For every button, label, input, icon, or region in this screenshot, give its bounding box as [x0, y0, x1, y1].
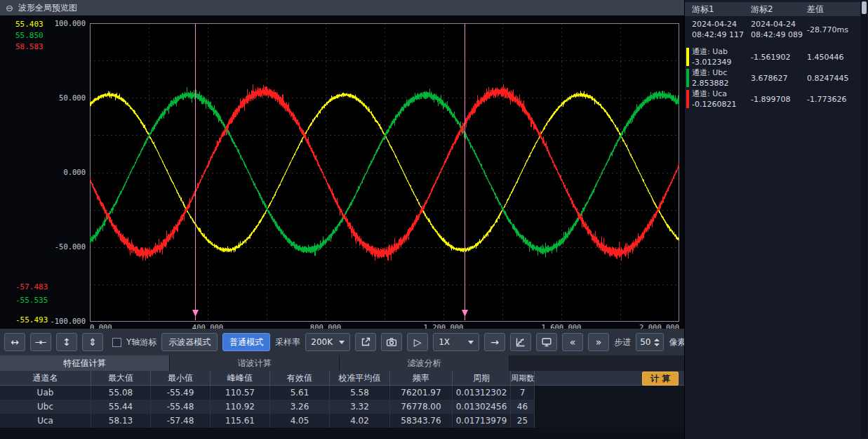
table-row-uca[interactable]: Uca 58.13 -57.48 115.61 4.05 4.02 58343.… — [0, 414, 684, 428]
step-label: 步进 — [614, 336, 631, 348]
y-axis-tick: 50.000 — [39, 93, 86, 102]
tab-harmonic-calc[interactable]: 谐波计算 — [170, 355, 340, 371]
table-cell: 25 — [511, 414, 535, 428]
cursor1-time: 08:42:49 117 — [692, 30, 751, 40]
table-cell: 76778.00 — [390, 400, 453, 414]
sample-rate-label: 采样率 — [275, 336, 300, 348]
channel-color-bar — [686, 48, 689, 66]
diff-header: 差值 — [807, 4, 860, 15]
col-header-max: 最大值 — [91, 371, 151, 386]
table-cell: 3.26 — [270, 400, 330, 414]
tab-feature-calc[interactable]: 特征值计算 — [0, 355, 170, 371]
table-cell: Uab — [0, 386, 91, 400]
tab-filter-analysis[interactable]: 滤波分析 — [340, 355, 509, 371]
channel-diff-value: 0.8247445 — [807, 74, 860, 83]
compress-vertical-button[interactable]: ⇕ — [82, 333, 103, 351]
export-icon — [360, 336, 371, 348]
col-header-mean: 校准平均值 — [330, 371, 390, 386]
table-cell: Ubc — [0, 400, 91, 414]
y-cursor-checkbox[interactable] — [112, 338, 121, 347]
steps-view-button[interactable] — [510, 333, 531, 351]
table-cell: 110.92 — [211, 400, 270, 414]
step-right-button[interactable]: → — [484, 333, 505, 351]
table-cell: 110.57 — [211, 386, 270, 400]
cursor1-date: 2024-04-24 — [692, 19, 751, 30]
channel-label: 通道: Uca — [692, 89, 751, 99]
main-column: ⊖ 波形全局预览图 55.403 55.850 58.583 -57.483 -… — [0, 0, 684, 439]
chevron-down-icon — [468, 341, 474, 344]
play-button[interactable]: ▷ — [407, 333, 428, 351]
table-cell: -57.48 — [151, 414, 211, 428]
table-cell: 58343.76 — [390, 414, 453, 428]
table-cell: 46 — [511, 400, 535, 414]
camera-button[interactable] — [381, 333, 402, 351]
step-up-button[interactable] — [654, 339, 660, 341]
zoom-value: 1X — [439, 337, 450, 347]
channel-row-uab: 通道: Uab -3.012349 -1.561902 1.450446 — [685, 46, 860, 67]
monitor-icon — [541, 336, 552, 348]
cursor2-time: 08:42:49 089 — [751, 30, 807, 40]
table-cell: -55.49 — [151, 386, 211, 400]
fit-vertical-button[interactable]: ↕ — [56, 333, 77, 351]
y-axis-tick: 0.000 — [39, 168, 86, 176]
table-row-ubc[interactable]: Ubc 55.44 -55.48 110.92 3.26 3.32 76778.… — [0, 400, 684, 414]
scrollbar-thumb[interactable] — [862, 1, 867, 14]
uca-min-readout: -57.483 — [15, 282, 48, 291]
collapse-icon[interactable]: ⊖ — [6, 4, 13, 13]
sample-rate-value: 200K — [311, 337, 333, 347]
cursor1-timestamp: 2024-04-24 08:42:49 117 — [692, 19, 751, 40]
zoom-dropdown[interactable]: 1X — [433, 333, 479, 351]
table-cell: 4.02 — [330, 414, 390, 428]
cursor2-value: 3.678627 — [751, 74, 807, 83]
step-down-button[interactable] — [654, 343, 660, 346]
app-window: ⊖ 波形全局预览图 55.403 55.850 58.583 -57.483 -… — [0, 0, 868, 439]
cursor1-value: -3.012349 — [692, 57, 751, 67]
y-axis-tick: -100.000 — [39, 317, 86, 325]
calculate-button[interactable]: 计 算 — [642, 372, 679, 386]
table-cell: 115.61 — [211, 414, 270, 428]
toolbar: ↔ →← ↕ ⇕ Y轴游标 示波器模式 普通模式 采样率 200K — [0, 329, 684, 355]
col-header-min: 最小值 — [151, 371, 211, 386]
bottom-tabbar: 特征值计算 谐波计算 滤波分析 — [0, 355, 684, 371]
table-cell: 55.08 — [91, 386, 151, 400]
channel-diff-value: -1.773626 — [807, 95, 860, 104]
prev-page-button[interactable]: « — [562, 333, 583, 351]
uca-max-readout: 58.583 — [15, 42, 44, 51]
col-header-period: 周期 — [453, 371, 511, 386]
table-cell: 4.05 — [270, 414, 330, 428]
cursor-panel-header: 游标1 游标2 差值 — [685, 2, 860, 16]
cursor-timestamps: 2024-04-24 08:42:49 117 2024-04-24 08:42… — [685, 19, 860, 40]
table-cell: 5.58 — [330, 386, 390, 400]
normal-mode-button[interactable]: 普通模式 — [222, 333, 270, 351]
channel-row-ubc: 通道: Ubc 2.853882 3.678627 0.8247445 — [685, 67, 860, 89]
cursor1-value: -0.1260821 — [692, 99, 751, 110]
step-input[interactable]: 50 — [636, 333, 664, 351]
fit-horizontal-button[interactable]: ↔ — [4, 333, 25, 351]
step-value: 50 — [640, 337, 650, 347]
y-cursor-label: Y轴游标 — [126, 336, 156, 348]
sample-rate-dropdown[interactable]: 200K — [305, 333, 350, 351]
table-cell: -55.48 — [151, 400, 211, 414]
waveform-canvas[interactable] — [90, 23, 679, 322]
ubc-max-readout: 55.850 — [15, 31, 44, 40]
row-filler — [535, 400, 684, 414]
y-axis-tick: -50.000 — [39, 242, 86, 251]
cursor2-date: 2024-04-24 — [751, 19, 807, 30]
col-header-cycle-count: 周期数 — [511, 371, 535, 386]
cursor2-timestamp: 2024-04-24 08:42:49 089 — [751, 19, 807, 40]
table-header-row: 通道名 最大值 最小值 峰峰值 有效值 校准平均值 频率 周期 周期数 — [0, 371, 684, 386]
monitor-button[interactable] — [536, 333, 557, 351]
scope-mode-button[interactable]: 示波器模式 — [161, 333, 218, 351]
col-header-peak-peak: 峰峰值 — [211, 371, 270, 386]
table-cell: 7 — [511, 386, 535, 400]
table-row-uab[interactable]: Uab 55.08 -55.49 110.57 5.61 5.58 76201.… — [0, 386, 684, 400]
table-cell: 58.13 — [91, 414, 151, 428]
scrollbar[interactable] — [861, 1, 867, 438]
compress-horizontal-button[interactable]: →← — [30, 333, 51, 351]
steps-icon — [515, 336, 526, 348]
cursor2-value: -1.561902 — [751, 53, 807, 62]
next-page-button[interactable]: » — [588, 333, 609, 351]
export-button[interactable] — [355, 333, 376, 351]
table-cell: 0.01713979 — [453, 414, 511, 428]
channel-row-uca: 通道: Uca -0.1260821 -1.899708 -1.773626 — [685, 89, 860, 110]
